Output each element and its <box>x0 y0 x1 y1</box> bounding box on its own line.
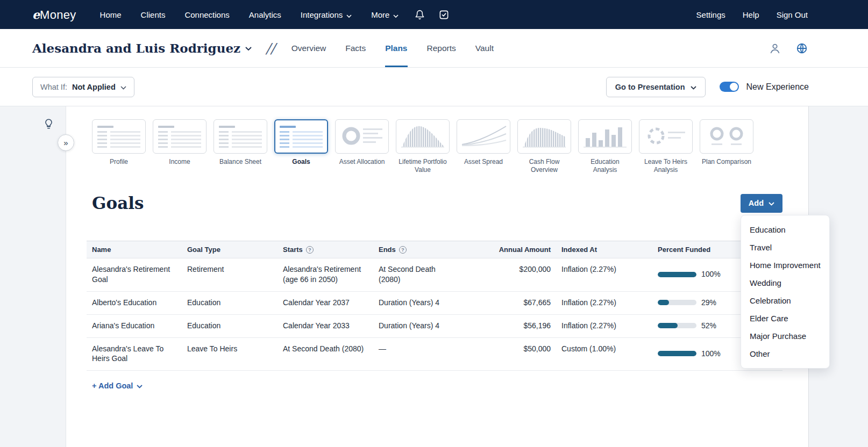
chevron-down-icon <box>769 199 774 207</box>
table-row[interactable]: Alberto's Education Education Calendar Y… <box>87 292 782 315</box>
menu-item-home-improvement[interactable]: Home Improvement <box>741 256 829 274</box>
user-profile-icon[interactable] <box>769 42 781 54</box>
new-experience-toggle[interactable] <box>720 82 739 92</box>
progress-bar <box>658 300 696 305</box>
globe-language-icon[interactable] <box>796 42 808 54</box>
carousel-card-profile[interactable]: Profile <box>92 119 146 174</box>
new-experience-toggle-group: New Experience <box>720 82 809 92</box>
page-header: Goals Add <box>66 193 808 213</box>
notifications-bell-icon[interactable] <box>415 9 425 20</box>
menu-item-celebration[interactable]: Celebration <box>741 292 829 309</box>
nav-item-sign-out[interactable]: Sign Out <box>777 10 808 19</box>
goals-table-header: Name Goal Type Starts? Ends? Annual Amou… <box>87 241 782 258</box>
add-goal-dropdown-button[interactable]: Add <box>741 194 782 213</box>
carousel-card-income[interactable]: Income <box>153 119 207 174</box>
goal-name: Alesandra's Retirement Goal <box>87 258 182 291</box>
secondary-nav: Settings Help Sign Out <box>696 10 808 19</box>
client-selector[interactable]: Alesandra and Luis Rodriguez <box>32 29 252 67</box>
tab-reports[interactable]: Reports <box>427 29 456 67</box>
help-icon[interactable]: ? <box>306 246 314 254</box>
carousel-card-education-analysis[interactable]: Education Analysis <box>578 119 632 174</box>
nav-item-help[interactable]: Help <box>743 10 759 19</box>
col-ends[interactable]: Ends? <box>373 241 464 258</box>
profile-thumbnail <box>92 119 146 154</box>
nav-item-more[interactable]: More <box>371 10 399 19</box>
percent-funded-value: 29% <box>701 298 716 308</box>
help-icon[interactable]: ? <box>399 246 407 254</box>
table-row[interactable]: Ariana's Education Education Calendar Ye… <box>87 315 782 338</box>
goal-annual-amount: $67,665 <box>464 292 556 314</box>
main-area: » Profile Income Balance Sheet Goa <box>0 106 868 447</box>
menu-item-wedding[interactable]: Wedding <box>741 274 829 292</box>
col-starts[interactable]: Starts? <box>278 241 373 258</box>
progress-bar <box>658 323 696 328</box>
menu-item-major-purchase[interactable]: Major Purchase <box>741 327 829 345</box>
chevron-down-icon <box>346 10 352 19</box>
carousel-card-goals[interactable]: Goals <box>274 119 328 174</box>
whatif-right-actions: Go to Presentation New Experience <box>606 77 809 97</box>
nav-item-connections[interactable]: Connections <box>184 10 229 19</box>
col-annual-amount[interactable]: Annual Amount <box>464 241 556 258</box>
percent-funded-value: 52% <box>701 321 716 331</box>
col-indexed-at[interactable]: Indexed At <box>556 241 652 258</box>
col-goal-type[interactable]: Goal Type <box>182 241 278 258</box>
nav-item-clients[interactable]: Clients <box>141 10 166 19</box>
education-analysis-thumbnail <box>578 119 632 154</box>
col-name[interactable]: Name <box>87 241 182 258</box>
menu-item-travel[interactable]: Travel <box>741 239 829 256</box>
expand-sidebar-button[interactable]: » <box>58 134 74 151</box>
carousel-card-leave-to-heirs-analysis[interactable]: Leave To Heirs Analysis <box>639 119 693 174</box>
logo-rest: Money <box>40 8 76 21</box>
carousel-card-asset-allocation[interactable]: Asset Allocation <box>335 119 389 174</box>
carousel-card-asset-spread[interactable]: Asset Spread <box>457 119 510 174</box>
goal-type: Education <box>182 315 278 337</box>
goal-type: Education <box>182 292 278 314</box>
table-row[interactable]: Alesandra's Retirement Goal Retirement A… <box>87 258 782 292</box>
app-root: eMoney Home Clients Connections Analytic… <box>0 0 868 447</box>
asset-spread-thumbnail <box>457 119 510 154</box>
chevron-down-icon <box>691 83 696 91</box>
chevron-down-icon <box>393 10 399 19</box>
page-title: Goals <box>92 193 144 213</box>
menu-item-other[interactable]: Other <box>741 345 829 363</box>
nav-item-integrations[interactable]: Integrations <box>301 10 352 19</box>
progress-bar-fill <box>658 351 696 356</box>
carousel-card-plan-comparison[interactable]: Plan Comparison <box>700 119 753 174</box>
left-rail <box>0 106 66 447</box>
menu-item-education[interactable]: Education <box>741 221 829 239</box>
emoney-logo[interactable]: eMoney <box>32 8 76 22</box>
tab-plans[interactable]: Plans <box>385 29 407 67</box>
leave-to-heirs-thumbnail <box>639 119 693 154</box>
goal-ends: Duration (Years) 4 <box>373 292 464 314</box>
menu-item-elder-care[interactable]: Elder Care <box>741 309 829 327</box>
goal-ends: Duration (Years) 4 <box>373 315 464 337</box>
table-row[interactable]: Alesandra's Leave To Heirs Goal Leave To… <box>87 338 782 371</box>
primary-nav: Home Clients Connections Analytics Integ… <box>100 10 399 19</box>
plan-comparison-thumbnail <box>700 119 753 154</box>
whatif-bar: What If: Not Applied Go to Presentation … <box>0 68 868 106</box>
lightbulb-insights-icon[interactable] <box>43 118 54 132</box>
toggle-knob <box>730 83 738 91</box>
nav-item-home[interactable]: Home <box>100 10 122 19</box>
go-to-presentation-button[interactable]: Go to Presentation <box>606 77 706 97</box>
tasks-check-square-icon[interactable] <box>439 10 449 20</box>
goal-name: Alberto's Education <box>87 292 182 314</box>
goal-type: Retirement <box>182 258 278 291</box>
client-tabs: Overview Facts Plans Reports Vault <box>291 29 494 67</box>
client-name: Alesandra and Luis Rodriguez <box>32 41 240 55</box>
add-goal-link[interactable]: + Add Goal <box>92 381 143 390</box>
carousel-card-lifetime-portfolio-value[interactable]: Lifetime Portfolio Value <box>396 119 450 174</box>
nav-item-analytics[interactable]: Analytics <box>249 10 281 19</box>
carousel-card-cash-flow-overview[interactable]: Cash Flow Overview <box>517 119 571 174</box>
carousel-card-balance-sheet[interactable]: Balance Sheet <box>214 119 267 174</box>
goal-starts: At Second Death (2080) <box>278 338 373 371</box>
tab-overview[interactable]: Overview <box>291 29 326 67</box>
goal-name: Ariana's Education <box>87 315 182 337</box>
header-icon-group <box>769 29 808 67</box>
tab-facts[interactable]: Facts <box>345 29 366 67</box>
whatif-dropdown[interactable]: What If: Not Applied <box>32 77 134 97</box>
nav-item-settings[interactable]: Settings <box>696 10 725 19</box>
tab-vault[interactable]: Vault <box>475 29 494 67</box>
goal-indexed-at: Inflation (2.27%) <box>556 315 652 337</box>
lifetime-portfolio-thumbnail <box>396 119 450 154</box>
